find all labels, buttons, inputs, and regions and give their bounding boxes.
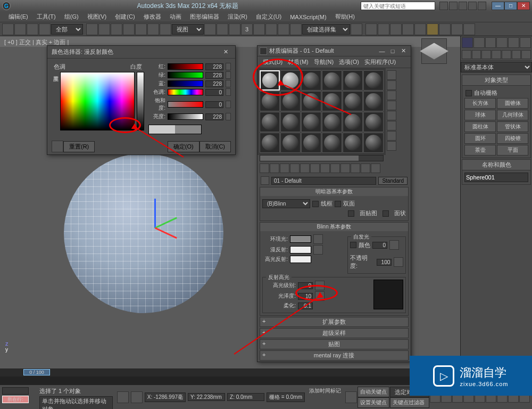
search-icon[interactable] [439,2,448,10]
pivot-button[interactable] [204,23,216,35]
sample-uv-button[interactable] [387,101,396,110]
glossiness-map-button[interactable] [315,291,325,301]
selection-lock-icon[interactable] [117,391,129,403]
hue-slider[interactable] [168,89,203,95]
spinner-snap-button[interactable] [278,23,289,35]
selfillum-map-button[interactable] [389,240,399,250]
sat-value-input[interactable] [205,101,223,108]
gizmo-y-axis-icon[interactable] [155,217,177,229]
edit-named-sel-button[interactable] [290,23,302,35]
specular-swatch[interactable] [290,256,311,263]
sample-slot[interactable] [260,91,280,111]
systems-icon[interactable] [521,50,531,59]
menu-maxscript[interactable]: MAXScript(M) [286,13,330,21]
schematic-view-button[interactable] [414,23,426,35]
shapes-icon[interactable] [472,50,481,59]
sample-scrollbar[interactable] [260,155,384,161]
render-setup-button[interactable] [439,23,451,35]
backlight-button[interactable] [387,80,396,90]
unlink-button[interactable] [39,23,51,35]
val-slider[interactable] [168,113,203,120]
help-search-input[interactable] [361,2,435,10]
green-slider[interactable] [168,72,203,78]
z-coord-input[interactable]: Z: 0.0mm [227,393,264,401]
me-menu-options[interactable]: 选项(O) [337,58,361,67]
sample-slot[interactable] [260,112,280,132]
menu-help[interactable]: 帮助(H) [331,12,359,22]
sample-slot[interactable] [363,112,384,132]
selfillum-value-input[interactable] [372,242,387,249]
menu-views[interactable]: 视图(V) [83,12,111,22]
menu-animation[interactable]: 动画 [165,12,186,22]
cone-button[interactable]: 圆锥体 [497,98,528,109]
lights-icon[interactable] [481,50,491,59]
ref-coord-dropdown[interactable]: 视图 [172,24,204,35]
me-minimize-button[interactable]: — [377,48,387,54]
red-value-input[interactable] [205,63,223,70]
opacity-value-input[interactable] [377,259,392,266]
show-map-button[interactable] [340,163,350,173]
sat-slider[interactable] [168,101,203,108]
exchange-icon[interactable] [459,2,467,10]
sample-slot[interactable] [280,70,301,91]
object-name-input[interactable] [464,173,528,182]
rotate-button[interactable] [147,23,159,35]
val-spinner[interactable] [226,113,231,120]
menu-customize[interactable]: 自定义(U) [252,12,286,22]
facemap-checkbox[interactable] [348,210,354,217]
me-menu-material[interactable]: 材质(M) [286,58,311,67]
ok-button[interactable]: 确定(O) [168,141,200,152]
absolute-mode-icon[interactable] [131,391,143,403]
options-button[interactable] [387,131,396,141]
supersample-rollout-header[interactable]: +超级采样 [260,329,408,338]
autogrid-checkbox[interactable] [466,90,472,96]
mentalray-rollout-header[interactable]: +mental ray 连接 [260,351,408,360]
torus-button[interactable]: 圆环 [464,133,496,144]
opacity-map-button[interactable] [394,257,403,267]
transform-gizmo[interactable] [133,207,176,249]
sample-slot[interactable] [363,91,384,111]
menu-tools[interactable]: 工具(T) [32,12,60,22]
menu-group[interactable]: 组(G) [60,12,83,22]
motion-tab[interactable] [496,37,508,48]
go-sibling-button[interactable] [371,163,380,173]
put-to-library-button[interactable] [320,163,330,173]
diffuse-map-button[interactable] [313,245,323,255]
faceted-checkbox[interactable] [383,210,389,217]
plane-button[interactable]: 平面 [497,145,528,156]
material-type-button[interactable]: Standard [378,177,408,185]
name-color-header[interactable]: 名称和颜色 [462,160,530,170]
move-button[interactable] [135,23,147,35]
sample-slot[interactable] [343,91,363,111]
selection-filter-dropdown[interactable]: 全部 [51,24,83,35]
align-button[interactable] [365,23,377,35]
spec-level-input[interactable] [298,282,313,289]
add-time-tag[interactable]: 添加时间标记 [309,387,341,395]
sample-slot[interactable] [280,112,301,132]
setkey-button[interactable]: 设置关键点 [358,397,389,408]
tube-button[interactable]: 管状体 [497,121,528,132]
sample-slot[interactable] [280,91,301,111]
red-slider[interactable] [168,63,203,70]
me-menu-utilities[interactable]: 实用程序(U) [362,58,398,67]
cancel-button[interactable]: 取消(C) [200,141,231,152]
blue-spinner[interactable] [226,80,231,87]
val-value-input[interactable] [205,113,223,120]
assign-to-selection-button[interactable] [280,163,289,173]
hue-spinner[interactable] [226,88,231,96]
ambient-swatch[interactable] [290,235,311,243]
sample-slot[interactable] [343,70,363,91]
category-dropdown[interactable]: 标准基本体 [461,62,532,72]
sample-slot[interactable] [322,133,342,153]
spacewarps-icon[interactable] [512,50,521,59]
layers-button[interactable] [378,23,389,35]
material-editor-button[interactable] [427,23,438,35]
sphere-button[interactable]: 球体 [464,110,496,120]
minimize-button[interactable]: — [492,2,504,10]
sample-slot[interactable] [301,133,321,153]
y-coord-input[interactable]: Y: 22.238mm [188,393,225,401]
named-selection-dropdown[interactable]: 创建选择集 [302,24,350,35]
sample-slot[interactable] [280,133,301,153]
shader-type-dropdown[interactable]: (B)Blinn [262,199,310,208]
percent-snap-button[interactable] [265,23,277,35]
